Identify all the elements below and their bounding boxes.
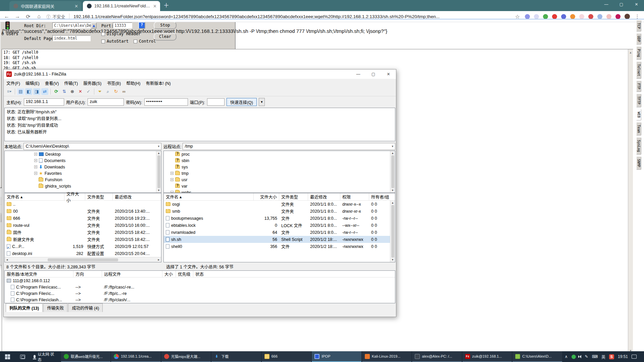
queue-row[interactable]: C:\Program Files\c...-->/F:/ftp/c...-re: [5, 290, 395, 297]
file-row[interactable]: shell0356文件2020/1/2 18:...-rwxrwxrwx0 0: [164, 243, 395, 250]
clear-button[interactable]: Clear: [154, 33, 177, 41]
filter-icon[interactable]: ⏷: [96, 88, 103, 95]
menu-help[interactable]: 帮助(H): [123, 80, 143, 86]
tree-scrollbar[interactable]: ▲▼: [390, 151, 395, 193]
taskbar-app-folder-666[interactable]: 666: [262, 351, 311, 362]
queue-row[interactable]: C:\Program Files\clash...-->/F:/ftp/clas…: [5, 297, 395, 303]
taskbar-app-terminal[interactable]: alex@Alex-PC: /...: [412, 351, 462, 362]
col-owner[interactable]: 所有者/组: [369, 193, 395, 200]
expander-icon[interactable]: +: [34, 172, 37, 175]
col-size[interactable]: 大小: [162, 271, 176, 277]
cancel-icon[interactable]: ⊗: [69, 88, 76, 95]
tree-item[interactable]: ghidra_scripts: [45, 184, 71, 189]
file-row[interactable]: 固件文件夹2020/2/15 18:42:...: [5, 229, 161, 236]
extension-icon[interactable]: [543, 14, 548, 19]
file-row-selected[interactable]: sh.sh56Shell Script2020/1/2 18:...-rwxrw…: [164, 236, 395, 243]
col-name[interactable]: 文件名 ▴: [5, 193, 64, 200]
extension-icon[interactable]: [579, 14, 584, 19]
col-type[interactable]: 文件类型: [279, 193, 308, 200]
tree-item[interactable]: sbin: [182, 158, 189, 163]
taskbar-app-ipop[interactable]: IPOP: [312, 351, 361, 362]
queue-row[interactable]: C:\Program Files\casc...-->/F:/ftp/casc/…: [5, 284, 395, 290]
url-bar[interactable]: 192.168.1.1/createNewFolder.json?enlpass…: [73, 14, 510, 19]
col-permissions[interactable]: 权限: [340, 193, 369, 200]
log-vscrollbar[interactable]: ▲▼: [628, 49, 633, 354]
queue-toggle-icon[interactable]: ⇄: [41, 88, 48, 95]
password-input[interactable]: •••••••••: [144, 98, 188, 106]
minimize-button[interactable]: —: [351, 69, 366, 79]
tree-item[interactable]: tmp: [182, 171, 189, 176]
extension-icon[interactable]: [615, 14, 621, 19]
col-size[interactable]: 文件大小: [64, 193, 85, 200]
antivirus-icon[interactable]: [572, 355, 576, 359]
side-tab-syslog[interactable]: SysLog: [636, 137, 641, 155]
refresh-icon[interactable]: ⟳: [53, 88, 60, 95]
username-input[interactable]: zuik: [88, 98, 124, 106]
keyboard-icon[interactable]: ⌨: [592, 354, 598, 359]
tree-item[interactable]: proc: [182, 152, 190, 157]
taskbar-app-mips-doc[interactable]: 光猫mips是大端...: [161, 351, 211, 362]
tree-item[interactable]: var: [182, 184, 187, 189]
stop-button[interactable]: Stop: [154, 21, 177, 29]
expander-icon[interactable]: +: [170, 178, 174, 181]
tab-failed-transfers[interactable]: 传输失败: [43, 303, 67, 312]
expander-icon[interactable]: +: [34, 165, 37, 168]
local-tree[interactable]: +Desktop +Documents +⬇Downloads +★Favori…: [4, 151, 161, 193]
taskbar-app-kali-vm[interactable]: Kali-Linux-2019...: [362, 351, 412, 362]
expander-icon[interactable]: +: [34, 159, 37, 162]
menu-server[interactable]: 服务器(S): [81, 80, 104, 86]
control-checkbox[interactable]: Control: [134, 39, 156, 44]
horizontal-scrollbar[interactable]: ◄►: [5, 257, 161, 262]
tree-item[interactable]: Desktop: [45, 152, 61, 157]
extension-icon[interactable]: [525, 14, 530, 19]
menu-new-version[interactable]: 有新版本! (N): [143, 80, 173, 86]
tray-expand-icon[interactable]: ∧: [565, 354, 568, 359]
queue-server-row[interactable]: 111@192.168.0.112: [5, 277, 395, 284]
ime-pen-icon[interactable]: ✎: [585, 354, 588, 359]
sync-browse-icon[interactable]: ↻: [112, 88, 119, 95]
autostart-checkbox[interactable]: AutoStart: [101, 39, 129, 44]
side-tab-web[interactable]: WEB: [636, 109, 641, 120]
browser-tab-home[interactable]: 中国联通家庭网关 ✕: [9, 1, 82, 11]
file-row[interactable]: 666文件夹2020/2/16 19:23:...: [5, 215, 161, 222]
list-scrollbar[interactable]: ▲▼: [390, 201, 395, 262]
col-name[interactable]: 文件名 ▴: [164, 193, 254, 200]
maximize-button[interactable]: ▢: [366, 69, 381, 79]
tab-close-icon[interactable]: ✕: [153, 4, 157, 9]
host-input[interactable]: 192.168.1.1: [24, 98, 64, 106]
sogou-icon[interactable]: S: [609, 354, 614, 359]
tab-successful-transfers[interactable]: 成功的传输 (4): [68, 303, 103, 312]
extension-icon[interactable]: [570, 14, 575, 19]
quickconnect-dropdown-icon[interactable]: ▼: [259, 98, 265, 106]
clock[interactable]: 19:51: [618, 354, 628, 359]
browser-minimize-button[interactable]: —: [599, 0, 614, 9]
process-queue-icon[interactable]: ⇅: [61, 88, 68, 95]
extension-icon[interactable]: [552, 14, 557, 19]
col-server-local[interactable]: 服务器/本地文件: [5, 271, 73, 277]
port-input[interactable]: 13333: [113, 22, 132, 29]
filezilla-titlebar[interactable]: Fz zuik@192.168.1.1 - FileZilla — ▢ ✕: [4, 69, 396, 79]
local-tree-toggle-icon[interactable]: ◧: [25, 88, 32, 95]
expander-icon[interactable]: +: [170, 172, 174, 175]
tab-queued-files[interactable]: 列队的文件 (13): [6, 303, 43, 312]
reconnect-icon[interactable]: ✓: [85, 88, 92, 95]
taskbar-app-browser[interactable]: 192.168.1.1/crea...: [111, 351, 161, 362]
side-tab-team[interactable]: Team: [636, 122, 641, 136]
tree-item[interactable]: Funshion: [45, 177, 62, 182]
col-direction[interactable]: 方向: [73, 271, 102, 277]
site-manager-icon[interactable]: ⌗▾: [6, 88, 13, 95]
side-tab-telnet[interactable]: Telnet: [636, 61, 641, 79]
profile-avatar[interactable]: [625, 14, 630, 19]
find-icon[interactable]: ∞: [120, 88, 128, 95]
display-header-checkbox[interactable]: Display Header: [101, 32, 141, 36]
col-size[interactable]: 文件大小: [254, 193, 279, 200]
browse-up-button[interactable]: ▲: [91, 22, 97, 29]
col-priority[interactable]: 优先级: [176, 271, 193, 277]
side-tab-snmp[interactable]: SNMP: [636, 156, 641, 170]
extension-icon[interactable]: [588, 14, 593, 19]
browser-maximize-button[interactable]: ▢: [614, 0, 629, 9]
extension-icon[interactable]: [597, 14, 602, 19]
menu-file[interactable]: 文件(F): [4, 80, 23, 86]
tree-item[interactable]: Favorites: [45, 171, 62, 176]
col-modified[interactable]: 最近修改: [308, 193, 340, 200]
